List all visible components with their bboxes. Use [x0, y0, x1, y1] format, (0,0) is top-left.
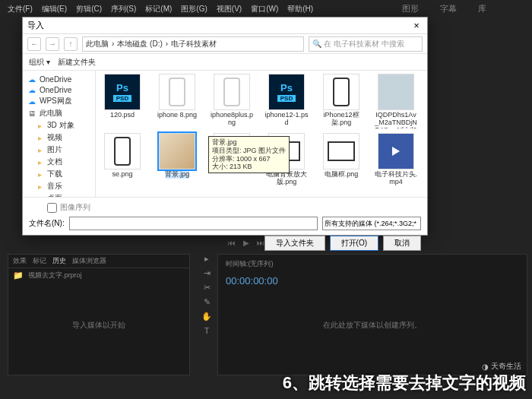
menu-window[interactable]: 窗口(W) [251, 4, 278, 17]
watermark: ◑天奇生活 [482, 361, 521, 372]
file-item[interactable]: 电子科技片头.mp4 [374, 133, 418, 186]
file-item[interactable]: PsPSDiphone12-1.psd [264, 74, 309, 128]
file-item[interactable]: iphone8plus.png [210, 74, 254, 128]
psd-icon: PsPSD [104, 74, 141, 110]
video-thumb [378, 133, 414, 169]
image-sequence-label: 图像序列 [60, 202, 90, 213]
close-icon[interactable]: × [410, 20, 423, 32]
tab-markers[interactable]: 标记 [33, 256, 46, 266]
tab-media[interactable]: 媒体浏览器 [72, 256, 106, 266]
timeline-panel: 时间轴:(无序列) 00:00:00:00 在此处放下媒体以创建序列。 [217, 254, 527, 375]
tab-effects[interactable]: 效果 [13, 256, 27, 266]
breadcrumb[interactable]: 此电脑 › 本地磁盘 (D:) › 电子科技素材 [82, 36, 304, 52]
ripple-tool-icon[interactable]: ✂ [204, 283, 211, 293]
play-icon [392, 147, 400, 156]
timeline-drop-hint: 在此处放下媒体以创建序列。 [218, 320, 527, 331]
folder-icon: ▸ [35, 121, 44, 130]
search-icon: 🔍 [312, 40, 321, 48]
menu-sequence[interactable]: 序列(S) [111, 4, 136, 17]
menu-clip[interactable]: 剪辑(C) [76, 4, 102, 17]
file-item-selected[interactable]: 背景.jpg [155, 133, 199, 186]
selection-tool-icon[interactable]: ▸ [204, 254, 209, 264]
image-thumb [323, 74, 359, 110]
nav-forward-icon[interactable]: → [46, 37, 59, 51]
search-placeholder: 在 电子科技素材 中搜索 [324, 39, 404, 49]
timecode[interactable]: 00:00:00:00 [218, 274, 527, 288]
menu-view[interactable]: 视图(V) [217, 4, 242, 17]
pen-tool-icon[interactable]: ✎ [204, 297, 211, 307]
nav-back-icon[interactable]: ← [27, 37, 41, 51]
sidebar-item[interactable]: ☁OneDrive [24, 74, 93, 84]
search-input[interactable]: 🔍 在 电子科技素材 中搜索 [309, 36, 423, 52]
file-item[interactable]: PsPSD120.psd [100, 74, 144, 128]
sidebar-item[interactable]: ☁OneDrive [24, 84, 93, 95]
computer-icon: 🖥 [27, 109, 36, 118]
sidebar-item[interactable]: ▸桌面 [24, 192, 93, 197]
file-item[interactable]: IQDPDhs1Av_M2aTNBDjNB4CwaNhhtl0OE_zwCj4c… [374, 74, 418, 128]
playback-controls: ⏮ ▶ ⏭ [228, 239, 264, 247]
image-thumb [104, 133, 141, 169]
next-icon[interactable]: ⏭ [257, 239, 264, 247]
file-tooltip: 背景.jpg 项目类型: JPG 图片文件 分辨率: 1000 x 667 大小… [208, 136, 290, 173]
timeline-label: 时间轴:(无序列) [218, 255, 527, 274]
folder-icon: ▸ [35, 157, 44, 166]
sidebar-item[interactable]: ▸3D 对象 [24, 119, 93, 131]
sidebar-item[interactable]: ▸下载 [24, 168, 93, 180]
project-name: 视频去文字.prproj [28, 271, 82, 280]
ws-library[interactable]: 库 [478, 3, 486, 14]
bin-icon: 📁 [13, 271, 24, 280]
folder-icon: ▸ [35, 194, 44, 197]
sidebar-item[interactable]: ☁WPS网盘 [24, 95, 93, 107]
prev-icon[interactable]: ⏮ [228, 239, 236, 247]
menu-graphics[interactable]: 图形(G) [181, 4, 207, 17]
filetype-filter[interactable] [322, 217, 421, 230]
project-panel: 效果 标记 历史 媒体浏览器 📁 视频去文字.prproj 导入媒体以开始 [8, 254, 190, 375]
psd-icon: PsPSD [268, 74, 305, 110]
type-tool-icon[interactable]: T [204, 326, 210, 335]
track-tool-icon[interactable]: ⇥ [204, 268, 211, 278]
filename-input[interactable] [69, 217, 318, 230]
sidebar-item[interactable]: ▸图片 [24, 144, 93, 156]
filename-label: 文件名(N): [29, 218, 65, 229]
breadcrumb-seg[interactable]: 此电脑 [86, 39, 109, 49]
folder-icon: ▸ [35, 169, 44, 179]
menu-edit[interactable]: 编辑(E) [42, 4, 67, 17]
folder-icon: ▸ [35, 145, 44, 154]
file-item[interactable]: se.png [100, 133, 144, 186]
dialog-toolbar: 组织 ▾ 新建文件夹 [23, 54, 427, 71]
cloud-icon: ☁ [27, 97, 36, 106]
ws-graphics[interactable]: 图形 [402, 3, 419, 14]
file-item[interactable]: iPhone12框架.png [319, 74, 363, 128]
step-caption: 6、跳转选择需要去掉文字的视频 [283, 372, 526, 394]
menu-marker[interactable]: 标记(M) [145, 4, 172, 17]
file-item[interactable]: iphone 8.png [155, 74, 199, 128]
dialog-nav: ← → ↑ 此电脑 › 本地磁盘 (D:) › 电子科技素材 🔍 在 电子科技素… [23, 34, 427, 54]
menu-file[interactable]: 文件(F) [8, 4, 33, 17]
workspace-tabs: 图形 字幕 库 [402, 3, 486, 14]
file-item[interactable]: 电脑框.png [319, 133, 363, 186]
sidebar-item[interactable]: ▸音乐 [24, 180, 93, 192]
folder-sidebar: ☁OneDrive ☁OneDrive ☁WPS网盘 🖥此电脑 ▸3D 对象 ▸… [23, 71, 96, 197]
project-tabs: 效果 标记 历史 媒体浏览器 [8, 255, 189, 268]
project-drop-hint: 导入媒体以开始 [8, 320, 189, 331]
menu-bar: 文件(F) 编辑(E) 剪辑(C) 序列(S) 标记(M) 图形(G) 视图(V… [0, 4, 313, 17]
tab-history[interactable]: 历史 [52, 256, 66, 266]
organize-button[interactable]: 组织 ▾ [29, 57, 50, 68]
sidebar-item[interactable]: 🖥此电脑 [24, 107, 93, 119]
hand-tool-icon[interactable]: ✋ [201, 312, 212, 321]
image-sequence-checkbox[interactable] [47, 203, 57, 213]
menu-help[interactable]: 帮助(H) [287, 4, 313, 17]
sidebar-item[interactable]: ▸文档 [24, 156, 93, 168]
folder-icon: ▸ [35, 182, 44, 191]
ws-captions[interactable]: 字幕 [440, 3, 457, 14]
play-icon[interactable]: ▶ [243, 239, 249, 247]
nav-up-icon[interactable]: ↑ [64, 37, 78, 51]
dialog-title: 导入 [27, 20, 44, 31]
sidebar-item[interactable]: ▸视频 [24, 131, 93, 144]
breadcrumb-seg[interactable]: 电子科技素材 [171, 39, 217, 49]
breadcrumb-seg[interactable]: 本地磁盘 (D:) [117, 39, 162, 49]
new-folder-button[interactable]: 新建文件夹 [58, 57, 96, 68]
image-thumb [214, 74, 250, 110]
dialog-titlebar: 导入 × [23, 17, 427, 34]
cloud-icon: ☁ [27, 74, 36, 84]
